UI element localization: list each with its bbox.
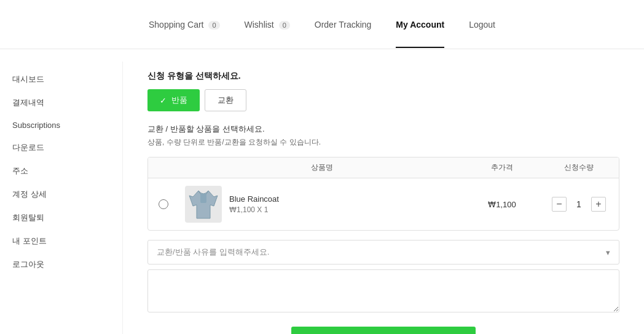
col-product-header: 상품명 <box>179 162 465 173</box>
checkmark-icon: ✓ <box>160 96 167 105</box>
top-nav: Shopping Cart 0 Wishlist 0 Order Trackin… <box>0 0 644 49</box>
cart-badge: 0 <box>208 21 219 30</box>
type-buttons: ✓ 반품 교환 <box>147 89 619 111</box>
product-radio-input[interactable] <box>159 199 168 209</box>
qty-value: 1 <box>573 199 585 209</box>
main-content: 대시보드 결제내역 Subscriptions 다운로드 주소 계정 상세 회원… <box>0 49 644 334</box>
product-price-value: ₩1,100 <box>465 200 539 209</box>
sub-title: 교환 / 반품할 상품을 선택하세요. <box>147 124 619 135</box>
sidebar-item-subscriptions[interactable]: Subscriptions <box>12 114 110 136</box>
btn-exchange[interactable]: 교환 <box>205 89 246 111</box>
product-table: 상품명 추가격 신청수량 <box>147 157 619 231</box>
page-wrapper: Shopping Cart 0 Wishlist 0 Order Trackin… <box>0 0 644 334</box>
quantity-control: − 1 + <box>539 197 619 212</box>
sidebar-item-account-details[interactable]: 계정 상세 <box>12 183 110 206</box>
svg-rect-0 <box>200 194 206 203</box>
content-area: 신청 유형을 선택하세요. ✓ 반품 교환 교환 / 반품할 상품을 선택하세요… <box>123 62 644 334</box>
product-name: Blue Raincoat <box>229 194 279 204</box>
qty-decrease-button[interactable]: − <box>552 197 567 212</box>
sidebar-item-payment-history[interactable]: 결제내역 <box>12 91 110 114</box>
reason-select-wrapper[interactable]: 교환/반품 사유를 입력해주세요. ▾ <box>147 240 619 264</box>
col-price-header: 추가격 <box>465 162 539 173</box>
table-header: 상품명 추가격 신청수량 <box>148 157 619 178</box>
sidebar-item-my-points[interactable]: 내 포인트 <box>12 229 110 253</box>
nav-logout[interactable]: Logout <box>469 15 495 34</box>
btn-return[interactable]: ✓ 반품 <box>147 89 200 111</box>
product-price-detail: ₩1,100 X 1 <box>229 205 279 214</box>
sidebar-item-dashboard[interactable]: 대시보드 <box>12 68 110 91</box>
nav-my-account[interactable]: My Account <box>396 15 444 34</box>
sidebar: 대시보드 결제내역 Subscriptions 다운로드 주소 계정 상세 회원… <box>0 62 123 334</box>
sidebar-item-address[interactable]: 주소 <box>12 159 110 183</box>
qty-increase-button[interactable]: + <box>591 197 606 212</box>
nav-wishlist[interactable]: Wishlist 0 <box>245 15 290 34</box>
product-thumbnail <box>185 186 222 223</box>
sub-desc: 상품, 수량 단위로 반품/교환을 요청하실 수 있습니다. <box>147 137 619 148</box>
reason-textarea[interactable] <box>147 269 619 312</box>
product-radio-wrapper[interactable] <box>148 199 179 209</box>
sidebar-item-downloads[interactable]: 다운로드 <box>12 136 110 159</box>
submit-button[interactable]: 신청하기 <box>291 327 476 334</box>
section-title: 신청 유형을 선택하세요. <box>147 71 619 82</box>
product-details: Blue Raincoat ₩1,100 X 1 <box>229 194 279 214</box>
sidebar-item-withdrawal[interactable]: 회원탈퇴 <box>12 206 110 229</box>
chevron-down-icon: ▾ <box>606 248 610 257</box>
col-qty-header: 신청수량 <box>539 162 619 173</box>
reason-select-placeholder: 교환/반품 사유를 입력해주세요. <box>157 247 269 258</box>
nav-order-tracking[interactable]: Order Tracking <box>315 15 372 34</box>
sidebar-item-logout[interactable]: 로그아웃 <box>12 253 110 276</box>
product-info: Blue Raincoat ₩1,100 X 1 <box>179 186 465 223</box>
wishlist-badge: 0 <box>279 21 290 30</box>
nav-shopping-cart[interactable]: Shopping Cart 0 <box>149 15 220 34</box>
table-row: Blue Raincoat ₩1,100 X 1 ₩1,100 − 1 + <box>148 178 619 230</box>
col-check-header <box>148 162 179 173</box>
